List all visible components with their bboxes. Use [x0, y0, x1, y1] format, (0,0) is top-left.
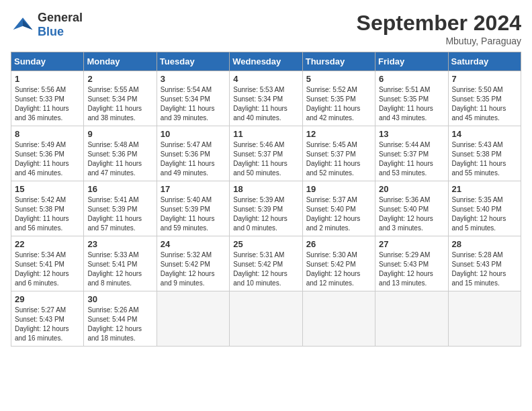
- day-info: Sunrise: 5:35 AM Sunset: 5:40 PM Dayligh…: [452, 195, 517, 233]
- day-number: 12: [306, 129, 371, 139]
- day-info: Sunrise: 5:53 AM Sunset: 5:34 PM Dayligh…: [233, 85, 298, 123]
- calendar-day-cell: 16 Sunrise: 5:41 AM Sunset: 5:39 PM Dayl…: [84, 181, 157, 236]
- day-info: Sunrise: 5:41 AM Sunset: 5:39 PM Dayligh…: [87, 195, 152, 233]
- day-number: 11: [233, 129, 298, 139]
- day-number: 26: [306, 239, 371, 249]
- calendar-day-cell: 7 Sunrise: 5:50 AM Sunset: 5:35 PM Dayli…: [448, 71, 521, 126]
- weekday-header-row: SundayMondayTuesdayWednesdayThursdayFrid…: [11, 52, 521, 71]
- location: Mbutuy, Paraguay: [357, 36, 521, 46]
- day-info: Sunrise: 5:50 AM Sunset: 5:35 PM Dayligh…: [452, 85, 517, 123]
- day-info: Sunrise: 5:43 AM Sunset: 5:38 PM Dayligh…: [452, 140, 517, 178]
- weekday-header: Monday: [84, 52, 157, 71]
- day-info: Sunrise: 5:42 AM Sunset: 5:38 PM Dayligh…: [15, 195, 80, 233]
- day-number: 5: [306, 74, 371, 84]
- calendar-day-cell: 21 Sunrise: 5:35 AM Sunset: 5:40 PM Dayl…: [448, 181, 521, 236]
- day-info: Sunrise: 5:56 AM Sunset: 5:33 PM Dayligh…: [15, 85, 80, 123]
- calendar-day-cell: 6 Sunrise: 5:51 AM Sunset: 5:35 PM Dayli…: [375, 71, 448, 126]
- calendar-day-cell: 12 Sunrise: 5:45 AM Sunset: 5:37 PM Dayl…: [302, 126, 375, 181]
- day-number: 10: [161, 129, 226, 139]
- calendar-day-cell: 11 Sunrise: 5:46 AM Sunset: 5:37 PM Dayl…: [230, 126, 302, 181]
- day-number: 2: [87, 74, 152, 84]
- calendar-day-cell: 26 Sunrise: 5:30 AM Sunset: 5:42 PM Dayl…: [302, 236, 375, 291]
- day-info: Sunrise: 5:48 AM Sunset: 5:36 PM Dayligh…: [87, 140, 152, 178]
- day-number: 30: [87, 294, 152, 304]
- calendar-day-cell: 14 Sunrise: 5:43 AM Sunset: 5:38 PM Dayl…: [448, 126, 521, 181]
- calendar-day-cell: 28 Sunrise: 5:28 AM Sunset: 5:43 PM Dayl…: [448, 236, 521, 291]
- day-info: Sunrise: 5:36 AM Sunset: 5:40 PM Dayligh…: [379, 195, 444, 233]
- logo-bird-icon: [11, 13, 35, 37]
- calendar-day-cell: [302, 291, 375, 347]
- day-number: 23: [87, 239, 152, 249]
- calendar-day-cell: 27 Sunrise: 5:29 AM Sunset: 5:43 PM Dayl…: [375, 236, 448, 291]
- day-info: Sunrise: 5:44 AM Sunset: 5:37 PM Dayligh…: [379, 140, 444, 178]
- day-number: 20: [379, 184, 444, 194]
- day-info: Sunrise: 5:46 AM Sunset: 5:37 PM Dayligh…: [233, 140, 298, 178]
- calendar-day-cell: [448, 291, 521, 347]
- day-number: 18: [233, 184, 298, 194]
- day-info: Sunrise: 5:27 AM Sunset: 5:43 PM Dayligh…: [15, 306, 80, 343]
- day-number: 6: [379, 74, 444, 84]
- day-number: 24: [161, 239, 226, 249]
- day-info: Sunrise: 5:29 AM Sunset: 5:43 PM Dayligh…: [379, 250, 444, 288]
- logo: General Blue: [11, 11, 83, 39]
- day-info: Sunrise: 5:39 AM Sunset: 5:39 PM Dayligh…: [233, 195, 298, 233]
- day-info: Sunrise: 5:28 AM Sunset: 5:43 PM Dayligh…: [452, 250, 517, 288]
- day-number: 25: [233, 239, 298, 249]
- calendar-day-cell: 23 Sunrise: 5:33 AM Sunset: 5:41 PM Dayl…: [84, 236, 157, 291]
- calendar-week-row: 1 Sunrise: 5:56 AM Sunset: 5:33 PM Dayli…: [11, 71, 521, 126]
- calendar-week-row: 29 Sunrise: 5:27 AM Sunset: 5:43 PM Dayl…: [11, 291, 521, 347]
- day-info: Sunrise: 5:31 AM Sunset: 5:42 PM Dayligh…: [233, 250, 298, 288]
- day-info: Sunrise: 5:26 AM Sunset: 5:44 PM Dayligh…: [87, 306, 152, 343]
- month-title: September 2024: [357, 11, 521, 36]
- calendar-day-cell: 24 Sunrise: 5:32 AM Sunset: 5:42 PM Dayl…: [157, 236, 229, 291]
- calendar-day-cell: [230, 291, 302, 347]
- calendar-day-cell: 22 Sunrise: 5:34 AM Sunset: 5:41 PM Dayl…: [11, 236, 84, 291]
- calendar-day-cell: 15 Sunrise: 5:42 AM Sunset: 5:38 PM Dayl…: [11, 181, 84, 236]
- day-number: 27: [379, 239, 444, 249]
- calendar-day-cell: 18 Sunrise: 5:39 AM Sunset: 5:39 PM Dayl…: [230, 181, 302, 236]
- day-number: 28: [452, 239, 517, 249]
- weekday-header: Sunday: [11, 52, 84, 71]
- calendar-day-cell: 9 Sunrise: 5:48 AM Sunset: 5:36 PM Dayli…: [84, 126, 157, 181]
- day-info: Sunrise: 5:37 AM Sunset: 5:40 PM Dayligh…: [306, 195, 371, 233]
- calendar-day-cell: 25 Sunrise: 5:31 AM Sunset: 5:42 PM Dayl…: [230, 236, 302, 291]
- day-number: 22: [15, 239, 80, 249]
- day-info: Sunrise: 5:32 AM Sunset: 5:42 PM Dayligh…: [161, 250, 226, 288]
- calendar-day-cell: 29 Sunrise: 5:27 AM Sunset: 5:43 PM Dayl…: [11, 291, 84, 347]
- day-number: 19: [306, 184, 371, 194]
- day-info: Sunrise: 5:33 AM Sunset: 5:41 PM Dayligh…: [87, 250, 152, 288]
- day-info: Sunrise: 5:52 AM Sunset: 5:35 PM Dayligh…: [306, 85, 371, 123]
- day-number: 3: [161, 74, 226, 84]
- calendar-day-cell: 30 Sunrise: 5:26 AM Sunset: 5:44 PM Dayl…: [84, 291, 157, 347]
- calendar-day-cell: 10 Sunrise: 5:47 AM Sunset: 5:36 PM Dayl…: [157, 126, 229, 181]
- weekday-header: Wednesday: [230, 52, 302, 71]
- calendar-day-cell: [157, 291, 229, 347]
- calendar-day-cell: 19 Sunrise: 5:37 AM Sunset: 5:40 PM Dayl…: [302, 181, 375, 236]
- title-block: September 2024 Mbutuy, Paraguay: [357, 11, 521, 46]
- logo-text: General Blue: [38, 11, 83, 39]
- day-number: 7: [452, 74, 517, 84]
- day-info: Sunrise: 5:55 AM Sunset: 5:34 PM Dayligh…: [87, 85, 152, 123]
- day-info: Sunrise: 5:40 AM Sunset: 5:39 PM Dayligh…: [161, 195, 226, 233]
- weekday-header: Tuesday: [157, 52, 229, 71]
- day-info: Sunrise: 5:30 AM Sunset: 5:42 PM Dayligh…: [306, 250, 371, 288]
- day-number: 13: [379, 129, 444, 139]
- calendar-day-cell: 2 Sunrise: 5:55 AM Sunset: 5:34 PM Dayli…: [84, 71, 157, 126]
- calendar-day-cell: 20 Sunrise: 5:36 AM Sunset: 5:40 PM Dayl…: [375, 181, 448, 236]
- weekday-header: Friday: [375, 52, 448, 71]
- weekday-header: Saturday: [448, 52, 521, 71]
- calendar-day-cell: 5 Sunrise: 5:52 AM Sunset: 5:35 PM Dayli…: [302, 71, 375, 126]
- day-number: 1: [15, 74, 80, 84]
- calendar-day-cell: 4 Sunrise: 5:53 AM Sunset: 5:34 PM Dayli…: [230, 71, 302, 126]
- day-info: Sunrise: 5:51 AM Sunset: 5:35 PM Dayligh…: [379, 85, 444, 123]
- calendar-day-cell: [375, 291, 448, 347]
- page-header: General Blue September 2024 Mbutuy, Para…: [11, 11, 521, 46]
- day-number: 16: [87, 184, 152, 194]
- day-info: Sunrise: 5:54 AM Sunset: 5:34 PM Dayligh…: [161, 85, 226, 123]
- calendar-day-cell: 17 Sunrise: 5:40 AM Sunset: 5:39 PM Dayl…: [157, 181, 229, 236]
- day-info: Sunrise: 5:45 AM Sunset: 5:37 PM Dayligh…: [306, 140, 371, 178]
- day-number: 8: [15, 129, 80, 139]
- day-number: 4: [233, 74, 298, 84]
- day-number: 29: [15, 294, 80, 304]
- calendar-day-cell: 8 Sunrise: 5:49 AM Sunset: 5:36 PM Dayli…: [11, 126, 84, 181]
